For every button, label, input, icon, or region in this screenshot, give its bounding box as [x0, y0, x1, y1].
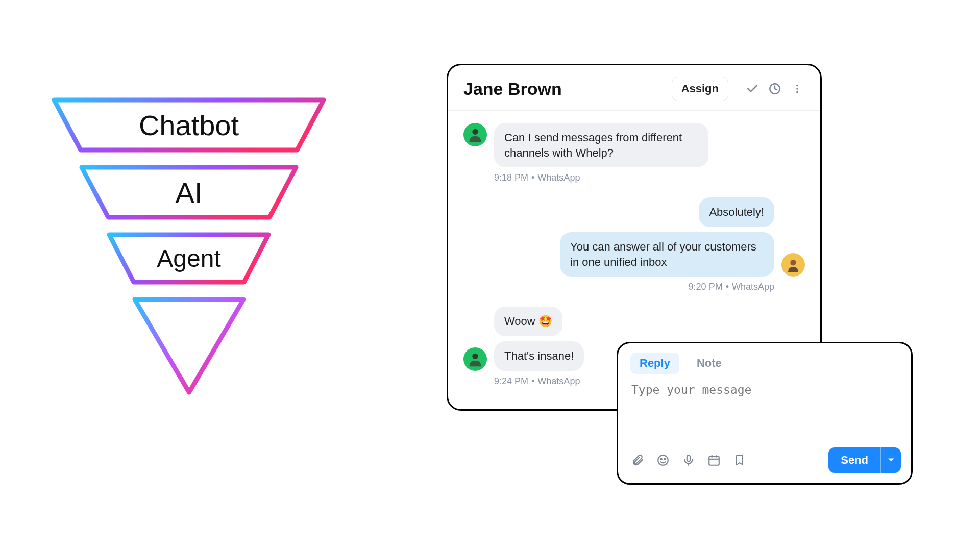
tab-reply[interactable]: Reply	[630, 353, 679, 374]
chat-contact-name: Jane Brown	[463, 79, 672, 99]
message-meta: 9:18 PM•WhatsApp	[494, 172, 805, 183]
message-group: Can I send messages from different chann…	[463, 123, 805, 183]
attachment-icon[interactable]	[630, 453, 645, 467]
funnel-label-ai: AI	[176, 176, 203, 209]
svg-rect-14	[687, 455, 691, 461]
message-bubble: Woow 🤩	[494, 307, 562, 336]
compose-tabs: Reply Note	[618, 343, 911, 379]
message-input[interactable]	[618, 379, 911, 440]
assign-button[interactable]: Assign	[672, 77, 728, 101]
emoji-icon[interactable]	[656, 453, 670, 467]
message-bubble: Can I send messages from different chann…	[494, 123, 708, 167]
funnel-stage-chatbot: Chatbot	[51, 97, 327, 153]
calendar-icon[interactable]	[707, 453, 721, 467]
funnel-label-chatbot: Chatbot	[139, 109, 239, 142]
funnel-stage-ai: AI	[79, 164, 299, 220]
avatar	[463, 123, 487, 146]
svg-point-11	[658, 455, 668, 465]
avatar	[781, 253, 805, 277]
chat-header: Jane Brown Assign	[448, 65, 820, 111]
send-button[interactable]: Send	[828, 447, 880, 473]
clock-icon[interactable]	[767, 81, 782, 96]
compose-panel: Reply Note Send	[617, 342, 913, 485]
avatar	[463, 347, 487, 371]
tab-note[interactable]: Note	[688, 353, 731, 374]
svg-point-12	[661, 459, 662, 460]
funnel-stage-logo	[132, 296, 247, 396]
microphone-icon[interactable]	[681, 453, 696, 467]
message-group: Absolutely! You can answer all of your c…	[463, 197, 805, 292]
send-dropdown-button[interactable]	[880, 447, 901, 473]
message-meta: 9:20 PM•WhatsApp	[463, 282, 774, 292]
svg-point-7	[796, 91, 798, 93]
message-bubble: Absolutely!	[699, 197, 774, 227]
funnel-label-agent: Agent	[157, 244, 220, 272]
svg-rect-15	[709, 456, 719, 465]
funnel-stage-agent: Agent	[106, 232, 272, 285]
svg-point-8	[472, 129, 478, 135]
compose-footer: Send	[618, 440, 911, 483]
svg-point-5	[796, 85, 798, 87]
message-bubble: That's insane!	[494, 341, 584, 371]
svg-point-13	[664, 459, 665, 460]
funnel-diagram: Chatbot AI Age	[46, 97, 332, 444]
svg-marker-3	[135, 299, 243, 392]
message-bubble: You can answer all of your customers in …	[560, 232, 774, 277]
more-vertical-icon[interactable]	[790, 81, 805, 96]
bookmark-icon[interactable]	[732, 453, 747, 467]
svg-point-6	[796, 88, 798, 90]
check-icon[interactable]	[745, 81, 760, 96]
svg-point-10	[472, 353, 478, 359]
svg-point-9	[790, 260, 796, 266]
